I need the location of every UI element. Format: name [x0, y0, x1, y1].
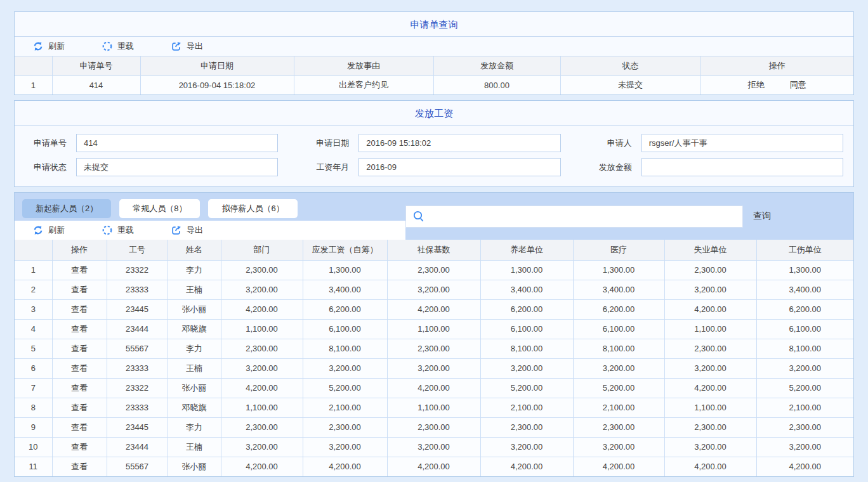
view-button[interactable]: 查看: [71, 324, 88, 334]
dept-cell: 3,200.00: [221, 437, 303, 457]
name-cell: 李力: [168, 260, 221, 280]
name-cell: 张小丽: [168, 299, 221, 319]
refresh-button[interactable]: 刷新: [32, 225, 65, 236]
emp-no-cell: 23444: [107, 437, 168, 457]
operation-cell: 查看: [52, 358, 107, 378]
medical-cell: 5,200.00: [573, 378, 664, 398]
grant-amount-input[interactable]: [641, 158, 843, 176]
emp-no-cell: 23445: [107, 417, 168, 437]
pension-unit-cell: 3,200.00: [480, 358, 573, 378]
column-header: 部门: [221, 240, 303, 260]
salary-month-field: 工资年月: [306, 158, 560, 176]
view-button[interactable]: 查看: [71, 442, 88, 452]
name-cell: 邓晓旗: [168, 319, 221, 339]
order-no-label: 申请单号: [23, 138, 67, 149]
unemployment-unit-cell: 3,200.00: [664, 437, 756, 457]
personnel-header-band: 新起薪人员（2） 常规人员（8） 拟停薪人员（6）: [15, 193, 853, 240]
gross-salary-cell: 3,200.00: [303, 437, 387, 457]
pension-unit-cell: 6,200.00: [480, 299, 573, 319]
tab-new-salary[interactable]: 新起薪人员（2）: [22, 199, 111, 218]
salary-month-label: 工资年月: [306, 162, 349, 173]
view-button[interactable]: 查看: [71, 344, 88, 353]
view-button[interactable]: 查看: [71, 363, 88, 373]
operation-cell: 查看: [52, 280, 107, 299]
pension-unit-cell: 4,200.00: [480, 457, 573, 476]
approve-button[interactable]: 同意: [790, 80, 806, 89]
export-button[interactable]: 导出: [171, 41, 203, 52]
request-toolbar: 刷新 重载 导出: [15, 37, 853, 56]
order-no-field: 申请单号: [23, 134, 278, 152]
applicant-input[interactable]: [641, 134, 843, 152]
dept-cell: 2,300.00: [221, 260, 303, 280]
injury-unit-cell: 1,300.00: [756, 260, 853, 280]
refresh-icon: [32, 225, 44, 236]
dept-cell: 4,200.00: [221, 299, 303, 319]
search-input[interactable]: [430, 206, 742, 227]
personnel-panel: 新起薪人员（2） 常规人员（8） 拟停薪人员（6）: [14, 192, 854, 477]
view-button[interactable]: 查看: [71, 304, 88, 314]
unemployment-unit-cell: 1,100.00: [664, 398, 756, 417]
search-button[interactable]: 查询: [753, 211, 771, 222]
pension-unit-cell: 3,400.00: [480, 280, 573, 299]
request-table: 申请单号申请日期发放事由发放金额状态操作 14142016-09-04 15:1…: [15, 56, 853, 94]
apply-status-input[interactable]: [76, 158, 278, 176]
gross-salary-cell: 2,300.00: [303, 417, 387, 437]
column-header: 工伤单位: [756, 240, 853, 260]
pension-unit-cell: 5,200.00: [480, 378, 573, 398]
social-base-cell: 1,100.00: [387, 319, 480, 339]
column-header: 工号: [107, 240, 168, 260]
unemployment-unit-cell: 2,300.00: [664, 417, 756, 437]
name-cell: 张小丽: [168, 457, 221, 476]
gross-salary-cell: 8,100.00: [303, 339, 387, 358]
social-base-cell: 4,200.00: [387, 457, 480, 476]
dept-cell: 3,200.00: [221, 358, 303, 378]
view-button[interactable]: 查看: [71, 285, 88, 294]
gross-salary-cell: 4,200.00: [303, 457, 387, 476]
view-button[interactable]: 查看: [71, 383, 88, 393]
injury-unit-cell: 5,200.00: [756, 378, 853, 398]
view-button[interactable]: 查看: [71, 462, 88, 471]
reject-button[interactable]: 拒绝: [748, 80, 765, 89]
name-cell: 王楠: [168, 280, 221, 299]
refresh-button[interactable]: 刷新: [32, 41, 65, 52]
social-base-cell: 2,300.00: [387, 417, 480, 437]
personnel-table-header-row: 操作工号姓名部门应发工资（自筹）社保基数养老单位医疗失业单位工伤单位: [15, 240, 853, 260]
column-header: 申请日期: [140, 56, 294, 75]
apply-date-input[interactable]: [358, 134, 560, 152]
dept-cell: 3,200.00: [221, 280, 303, 299]
reload-button[interactable]: 重载: [102, 225, 134, 236]
apply-date-label: 申请日期: [306, 138, 349, 149]
row-index: 1: [15, 260, 52, 280]
injury-unit-cell: 4,200.00: [756, 457, 853, 476]
tab-suspend-salary[interactable]: 拟停薪人员（6）: [208, 199, 297, 218]
refresh-icon: [32, 41, 44, 52]
grant-amount-label: 发放金额: [589, 162, 632, 173]
medical-cell: 3,200.00: [573, 437, 664, 457]
personnel-row: 1查看23322李力2,300.001,300.002,300.001,300.…: [15, 260, 853, 280]
tab-regular[interactable]: 常规人员（8）: [119, 199, 200, 218]
refresh-label: 刷新: [48, 41, 65, 52]
medical-cell: 2,100.00: [573, 398, 664, 417]
pension-unit-cell: 3,200.00: [480, 437, 573, 457]
view-button[interactable]: 查看: [71, 403, 88, 412]
reload-button[interactable]: 重载: [102, 41, 134, 52]
dept-cell: 4,200.00: [221, 378, 303, 398]
salary-month-input[interactable]: [358, 158, 560, 176]
personnel-row: 6查看23333王楠3,200.003,200.003,200.003,200.…: [15, 358, 853, 378]
reload-icon: [102, 225, 113, 236]
view-button[interactable]: 查看: [71, 422, 88, 432]
column-header: 状态: [560, 56, 700, 75]
operation-cell: 查看: [52, 378, 107, 398]
view-button[interactable]: 查看: [71, 265, 88, 275]
dept-cell: 1,100.00: [221, 398, 303, 417]
row-index: 9: [15, 417, 52, 437]
search-icon: [412, 210, 425, 223]
personnel-row: 7查看23322张小丽4,200.005,200.004,200.005,200…: [15, 378, 853, 398]
order-no-input[interactable]: [76, 134, 278, 152]
amount-cell: 800.00: [433, 75, 560, 94]
gross-salary-cell: 3,200.00: [303, 358, 387, 378]
column-header: [15, 56, 52, 75]
export-button[interactable]: 导出: [171, 225, 203, 236]
unemployment-unit-cell: 1,100.00: [664, 319, 756, 339]
reload-label: 重载: [117, 225, 134, 236]
